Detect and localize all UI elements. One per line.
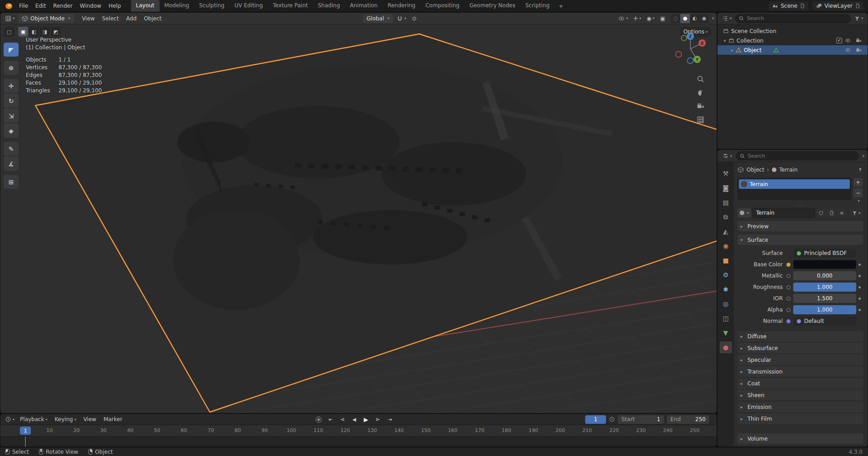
pin-icon[interactable] — [858, 167, 863, 173]
list-resize-grip[interactable]: ⋯⋯ — [737, 203, 863, 207]
normal-field[interactable]: Default — [793, 317, 856, 326]
object-type-visibility-menu[interactable]: ▾ — [616, 14, 630, 23]
remove-material-slot-button[interactable]: − — [853, 188, 863, 197]
outliner-search[interactable] — [735, 14, 851, 23]
tweak-mode-button[interactable]: ▢ — [4, 27, 14, 37]
panel-thin-film[interactable]: ▸Thin Film — [737, 413, 863, 424]
axis-minus-x-handle[interactable] — [676, 52, 682, 58]
chevron-right-icon[interactable]: ▸ — [728, 48, 736, 53]
panel-surface[interactable]: ▾ Surface — [737, 235, 863, 245]
measure-tool[interactable]: ∡ — [4, 157, 19, 171]
workspace-tab-texture-paint[interactable]: Texture Paint — [268, 0, 313, 12]
properties-tab-scene[interactable]: ◭ — [720, 226, 732, 237]
surface-field[interactable]: Principled BSDF — [793, 249, 856, 258]
exclude-checkbox[interactable]: ✓ — [836, 38, 842, 43]
properties-tab-render[interactable]: ◙ — [720, 182, 732, 194]
proportional-editing-toggle[interactable]: ⊙ — [410, 14, 419, 23]
base-color-field[interactable] — [793, 260, 856, 269]
disable-render-camera-icon[interactable] — [856, 38, 862, 43]
preview-range-icon[interactable] — [609, 416, 615, 422]
properties-tab-tool[interactable]: ⚒ — [720, 168, 732, 179]
playhead[interactable]: 1 — [20, 427, 31, 435]
properties-search-input[interactable] — [747, 153, 855, 159]
browse-material-button[interactable]: ▾ — [737, 208, 751, 217]
gizmos-menu[interactable]: ✛ ▾ — [631, 14, 643, 23]
chevron-down-icon[interactable]: ▾ — [721, 38, 728, 43]
chevron-down-icon[interactable]: ▾ — [863, 154, 864, 158]
transform-tool[interactable]: ◈ — [4, 124, 19, 138]
menu-render[interactable]: Render — [49, 0, 76, 12]
panel-volume[interactable]: ▸ Volume — [737, 433, 863, 444]
viewport-menu-object[interactable]: Object — [140, 15, 165, 22]
mode-dropdown[interactable]: Object Mode ▾ — [18, 14, 74, 23]
properties-tab-object[interactable]: ■ — [720, 254, 732, 266]
editor-type-button[interactable]: ▾ — [720, 14, 733, 23]
material-name-input[interactable] — [752, 208, 815, 218]
auto-keying-toggle[interactable] — [316, 417, 322, 422]
properties-tab-world[interactable]: ◉ — [720, 240, 732, 252]
animate-decorator-icon[interactable] — [856, 264, 863, 266]
outliner-search-input[interactable] — [746, 15, 847, 22]
alpha-field[interactable]: 1.000 — [793, 305, 856, 314]
move-tool[interactable]: ✛ — [4, 79, 19, 93]
roughness-field[interactable]: 1.000 — [793, 283, 856, 292]
outliner-row-collection[interactable]: ▾ Collection ✓ — [718, 36, 868, 45]
properties-search[interactable] — [736, 151, 859, 160]
workspace-tab-shading[interactable]: Shading — [313, 0, 345, 12]
chevron-down-icon[interactable]: ▾ — [712, 16, 714, 20]
xray-toggle[interactable]: ▣ — [658, 14, 667, 23]
timeline-menu-view[interactable]: View — [80, 416, 100, 422]
properties-tab-material[interactable]: ● — [720, 341, 732, 353]
panel-preview[interactable]: ▸ Preview — [737, 221, 863, 231]
properties-tab-data[interactable]: ▼ — [720, 327, 732, 339]
menu-file[interactable]: File — [15, 0, 32, 12]
viewport-menu-add[interactable]: Add — [122, 15, 140, 22]
workspace-tab-compositing[interactable]: Compositing — [420, 0, 464, 12]
outliner-row-scene-collection[interactable]: Scene Collection — [718, 26, 868, 36]
filter-button[interactable]: ▾ — [853, 15, 865, 22]
jump-to-end-button[interactable]: ⇥ — [384, 415, 395, 424]
material-slots-list[interactable]: Terrain — [737, 178, 851, 200]
axis-minus-y-handle[interactable] — [681, 35, 687, 41]
viewport-menu-select[interactable]: Select — [98, 15, 122, 22]
orientation-dropdown[interactable]: Global ▾ — [363, 14, 393, 23]
blender-logo-icon[interactable] — [4, 2, 14, 10]
animate-decorator-icon[interactable] — [856, 309, 863, 311]
menu-help[interactable]: Help — [105, 0, 124, 12]
workspace-tab-sculpting[interactable]: Sculpting — [194, 0, 229, 12]
workspace-tab-rendering[interactable]: Rendering — [383, 0, 420, 12]
workspace-tab-layout[interactable]: Layout — [131, 0, 160, 12]
metallic-field[interactable]: 0.000 — [793, 271, 856, 280]
menu-window[interactable]: Window — [76, 0, 105, 12]
zoom-icon[interactable] — [697, 75, 704, 83]
add-material-slot-button[interactable]: + — [853, 178, 863, 187]
timeline-tracks[interactable] — [0, 437, 717, 446]
select-mode-set-button[interactable]: ▣ — [18, 27, 28, 37]
add-cube-tool[interactable]: ⊞ — [4, 175, 19, 189]
panel-diffuse[interactable]: ▸Diffuse — [737, 331, 863, 341]
animate-decorator-icon[interactable] — [856, 286, 863, 288]
animate-decorator-icon[interactable] — [856, 298, 863, 300]
properties-tab-view-layer[interactable]: ⧉ — [720, 211, 732, 223]
slot-specials-menu[interactable]: ▾ — [858, 199, 859, 203]
panel-specular[interactable]: ▸Specular — [737, 355, 863, 365]
next-keyframe-button[interactable]: ⊳ — [373, 415, 383, 424]
breadcrumb-object[interactable]: Object — [747, 167, 764, 173]
frame-end-field[interactable]: End 250 — [667, 415, 709, 424]
select-mode-extend-button[interactable]: ◧ — [29, 27, 39, 37]
properties-tab-modifiers[interactable]: ⚙ — [720, 269, 732, 281]
cursor-tool[interactable]: ⊕ — [4, 61, 19, 75]
animate-decorator-icon[interactable] — [856, 275, 863, 277]
play-reverse-button[interactable]: ◀ — [349, 415, 360, 424]
axis-minus-z-handle[interactable] — [688, 58, 693, 64]
panel-transmission[interactable]: ▸Transmission — [737, 366, 863, 377]
material-slot[interactable]: Terrain — [739, 179, 850, 189]
rendered-shading-button[interactable]: ◉ — [699, 14, 709, 23]
timeline-menu-keying[interactable]: Keying▾ — [51, 416, 80, 422]
material-preview-shading-button[interactable]: ◐ — [690, 14, 699, 23]
workspace-tab-modeling[interactable]: Modeling — [160, 0, 194, 12]
pan-hand-icon[interactable] — [697, 89, 704, 96]
new-viewlayer-icon[interactable] — [855, 3, 860, 9]
scene-selector[interactable]: Scene — [769, 1, 808, 10]
frame-start-field[interactable]: Start 1 — [618, 415, 664, 424]
